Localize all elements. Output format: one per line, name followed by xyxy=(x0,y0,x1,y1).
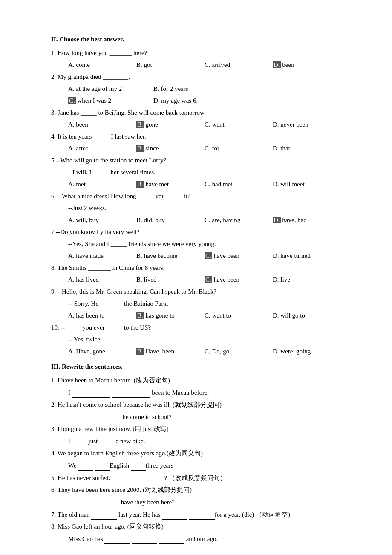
question-5: 5.--Who will go to the station to meet L… xyxy=(51,155,349,165)
s3-q3-blank2 xyxy=(99,436,114,446)
q2-opt-c: C. when I was 2. xyxy=(68,95,153,106)
s3-q2-blank1 xyxy=(68,411,94,422)
q6-subtext: --Just 2 weeks. xyxy=(68,203,349,213)
s3-q7-blank2 xyxy=(162,509,187,520)
question-2: 2. My grandpa died ________. xyxy=(51,72,349,82)
q3-opt-a: A. been xyxy=(68,119,136,130)
q5-options: A. met B. have met C. had met D. will me… xyxy=(68,179,349,189)
q4-opt-d: D. that xyxy=(273,143,341,153)
q10-opt-a: A. Have, gone xyxy=(68,346,136,356)
s3-q1-answer: I been to Macau before. xyxy=(68,387,349,398)
question-8: 8. The Smiths _______ in China for 8 yea… xyxy=(51,263,349,273)
q7-highlight: C. xyxy=(205,252,212,259)
q3-highlight: B. xyxy=(136,121,144,128)
s3-q1-blank1 xyxy=(72,387,110,398)
q8-opt-c: C. have been xyxy=(205,275,273,285)
question-4: 4. It is ten years _____ I last saw her. xyxy=(51,131,349,142)
s3-q4-answer: We English three years xyxy=(68,460,349,471)
section-2-title: II. Choose the best answer. xyxy=(51,34,349,44)
section-3: III. Rewrite the sentences. 1. I have be… xyxy=(51,361,349,544)
section-3-title: III. Rewrite the sentences. xyxy=(51,361,349,372)
s3-q6-blank2 xyxy=(95,497,121,507)
s3-q7-blank3 xyxy=(189,509,215,520)
q9-subtext: -- Sorry. He _______ the Bainiao Park. xyxy=(68,298,349,309)
q7-opt-b: B. have become xyxy=(136,251,205,261)
q1-opt-d: D. been xyxy=(273,60,341,70)
s3-q8-blank1 xyxy=(104,533,130,544)
question-6: 6. --What a nice dress! How long _____ y… xyxy=(51,191,349,201)
q9-options: A. has been to B. has gone to C. went to… xyxy=(68,310,349,321)
q8-opt-a: A. has lived xyxy=(68,275,136,285)
q6-opt-b: B. did, buy xyxy=(136,215,205,225)
q8-highlight: C. xyxy=(205,276,212,283)
q5-subtext: --I will. I _____ her several times. xyxy=(68,167,349,177)
q3-opt-c: C. went xyxy=(205,119,273,130)
q6-opt-a: A. will, buy xyxy=(68,215,136,225)
q2-options-row1: A. at the age of my 2 B. for 2 years xyxy=(68,84,349,94)
q5-opt-d: D. will meet xyxy=(273,179,341,189)
q4-opt-c: C. for xyxy=(205,143,273,153)
s3-question-2: 2. He hasn't come to school because he w… xyxy=(51,399,349,410)
q8-opt-d: D. live xyxy=(273,275,341,285)
q5-highlight: B. xyxy=(136,181,144,188)
s3-q4-blank3 xyxy=(131,460,146,471)
q7-opt-d: D. have turned xyxy=(273,251,341,261)
q4-opt-b: B. since xyxy=(136,143,205,153)
q7-options: A. have made B. have become C. have been… xyxy=(68,251,349,261)
s3-question-3: 3. I bough a new bike just now. (用 just … xyxy=(51,424,349,434)
s3-q5-blank1 xyxy=(112,472,137,483)
question-1: 1. How long have you _______ here? xyxy=(51,48,349,58)
q8-options: A. has lived B. lived C. have been D. li… xyxy=(68,275,349,285)
s3-question-1: 1. I have been to Macau before. (改为否定句) xyxy=(51,375,349,385)
q2-options-row2: C. when I was 2. D. my age was 6. xyxy=(68,95,349,106)
section-2: II. Choose the best answer. 1. How long … xyxy=(51,34,349,356)
q1-opt-b: B. got xyxy=(136,60,205,70)
q4-options: A. after B. since C. for D. that xyxy=(68,143,349,153)
q7-opt-c: C. have been xyxy=(205,251,273,261)
q4-opt-a: A. after xyxy=(68,143,136,153)
q10-opt-d: D. were, going xyxy=(273,346,341,356)
s3-question-6: 6. They have been here since 2000. (对划线部… xyxy=(51,485,349,495)
q3-opt-b: B. gone xyxy=(136,119,205,130)
s3-question-4: 4. We began to learn English three years… xyxy=(51,448,349,458)
question-3: 3. Jane has _____ to BeiJing. She will c… xyxy=(51,107,349,118)
s3-q8-blank2 xyxy=(132,533,157,544)
s3-q8-blank3 xyxy=(159,533,184,544)
q6-highlight: D. xyxy=(273,217,281,223)
s3-q6-answer: have they been here? xyxy=(68,497,349,507)
question-7: 7.--Do you know Lydia very well? xyxy=(51,227,349,237)
q6-opt-d: D. have, had xyxy=(273,215,341,225)
q1-opt-a: A. come xyxy=(68,60,136,70)
q8-opt-b: B. lived xyxy=(136,275,205,285)
q5-opt-c: C. had met xyxy=(205,179,273,189)
q5-opt-b: B. have met xyxy=(136,179,205,189)
q7-subtext: --Yes, She and I _____ friends since we … xyxy=(68,239,349,249)
question-9: 9. --Hello, this is Mr. Green speaking. … xyxy=(51,286,349,297)
s3-q2-blank2 xyxy=(95,411,121,422)
s3-question-8: 8. Miss Gao left an hour ago. (同义句转换) xyxy=(51,521,349,532)
q1-opt-c: C. arrived xyxy=(205,60,273,70)
s3-question-7: 7. The old man last year. He has for a y… xyxy=(51,509,349,520)
q6-opt-c: C. are, having xyxy=(205,215,273,225)
q9-opt-b: B. has gone to xyxy=(136,310,205,321)
s3-q4-blank1 xyxy=(78,460,93,471)
q7-opt-a: A. have made xyxy=(68,251,136,261)
question-10: 10. --_____ you ever _____ to the US? xyxy=(51,322,349,332)
q10-opt-c: C, Do, go xyxy=(205,346,273,356)
s3-q2-answer: he come to school? xyxy=(68,411,349,422)
q2-opt-d: D. my age was 6. xyxy=(153,95,239,106)
q5-opt-a: A. met xyxy=(68,179,136,189)
q3-opt-d: D. never been xyxy=(273,119,341,130)
s3-question-5: 5. He has never surfed, ? （改成反意疑问句） xyxy=(51,472,349,483)
q10-opt-b: B. Have, been xyxy=(136,346,205,356)
q6-options: A. will, buy B. did, buy C. are, having … xyxy=(68,215,349,225)
q2-opt-b: B. for 2 years xyxy=(153,84,239,94)
q3-options: A. been B. gone C. went D. never been xyxy=(68,119,349,130)
s3-q6-blank1 xyxy=(68,497,94,507)
s3-q1-blank2 xyxy=(112,387,150,398)
q9-opt-d: D. will go to xyxy=(273,310,341,321)
s3-q3-blank1 xyxy=(72,436,87,446)
q4-highlight: B. xyxy=(136,145,144,152)
s3-q3-answer: I just a new bike. xyxy=(68,436,349,446)
q1-highlight: D. xyxy=(273,61,281,68)
